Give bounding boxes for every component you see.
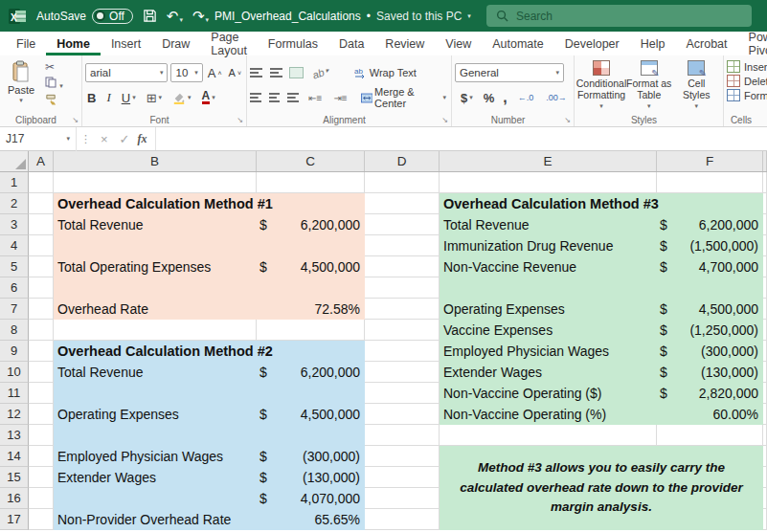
format-as-table-button[interactable]: Format as Table ▾ [625, 60, 673, 112]
number-format-select[interactable]: General▾ [455, 63, 564, 82]
align-left-icon[interactable] [250, 93, 261, 102]
method1-row5-value[interactable]: $4,500,000 [257, 259, 365, 275]
method3-row3-value[interactable]: $6,200,000 [657, 217, 763, 233]
copy-dropdown-icon[interactable]: ▾ [59, 82, 63, 89]
cell-E13[interactable] [440, 425, 657, 446]
row-header-9[interactable]: 9 [0, 341, 29, 362]
method1-row5-label[interactable]: Total Operating Expenses [54, 259, 257, 275]
select-all-corner[interactable] [0, 151, 29, 171]
name-box[interactable]: J17 ▾ [0, 127, 77, 151]
column-header-E[interactable]: E [440, 151, 657, 171]
tab-data[interactable]: Data [328, 32, 374, 55]
cell-D9[interactable] [365, 341, 440, 362]
cell-F1[interactable] [657, 172, 763, 193]
cell-A8[interactable] [29, 320, 54, 341]
cell-A11[interactable] [29, 383, 54, 404]
cell-A6[interactable] [29, 277, 54, 299]
cell-A15[interactable] [29, 467, 54, 488]
tab-acrobat[interactable]: Acrobat [675, 32, 737, 55]
cell-x9[interactable] [763, 341, 767, 362]
cell-A14[interactable] [29, 446, 54, 467]
method3-row11-label[interactable]: Non-Vaccine Operating ($) [440, 386, 657, 401]
delete-cells-button[interactable]: Delete [727, 75, 765, 87]
row-header-1[interactable]: 1 [0, 172, 29, 193]
bold-button[interactable]: B [87, 91, 96, 105]
percent-style-button[interactable]: % [484, 91, 495, 105]
method2-row14-label[interactable]: Employed Physician Wages [54, 449, 257, 464]
tab-view[interactable]: View [435, 32, 482, 55]
tab-help[interactable]: Help [630, 32, 676, 55]
cell-A3[interactable] [29, 214, 54, 235]
increase-indent-icon[interactable]: ⇥≡ [331, 92, 349, 104]
method1-row7-label[interactable]: Overhead Rate [54, 301, 257, 317]
autosave-control[interactable]: AutoSave Off [36, 9, 133, 24]
row-header-8[interactable]: 8 [0, 320, 29, 341]
search-input[interactable] [516, 10, 708, 23]
cell-D11[interactable] [365, 383, 440, 404]
cell-D13[interactable] [365, 425, 440, 446]
accounting-format-button[interactable]: $▾ [459, 90, 475, 106]
row-header-17[interactable]: 17 [0, 509, 29, 530]
method3-row9-value[interactable]: $(300,000) [657, 344, 763, 359]
row-header-3[interactable]: 3 [0, 214, 29, 235]
cell-x12[interactable] [763, 404, 767, 425]
method3-row4-value[interactable]: $(1,500,000) [657, 238, 763, 254]
cell-B1[interactable] [54, 172, 257, 193]
method1-row3-label[interactable]: Total Revenue [54, 217, 257, 233]
method3-row5-value[interactable]: $4,700,000 [657, 259, 763, 275]
cell-A17[interactable] [29, 509, 54, 530]
italic-button[interactable]: I [104, 89, 112, 106]
cell-A5[interactable] [29, 256, 54, 277]
document-title[interactable]: PMI_Overhead_Calculations • Saved to thi… [214, 0, 471, 32]
cell-C1[interactable] [257, 172, 365, 193]
cell-F13[interactable] [657, 425, 763, 446]
row-header-6[interactable]: 6 [0, 277, 29, 299]
cancel-icon[interactable]: × [95, 132, 114, 146]
align-middle-icon[interactable] [270, 68, 282, 78]
column-header-D[interactable]: D [365, 151, 440, 171]
method3-row4-label[interactable]: Immunization Drug Revenue [440, 238, 657, 254]
merge-center-dropdown-icon[interactable]: ▾ [442, 94, 446, 101]
underline-dropdown-icon[interactable]: ▾ [132, 94, 136, 101]
cell-D12[interactable] [365, 404, 440, 425]
cell-D3[interactable] [365, 214, 440, 235]
fill-color-button[interactable]: ▾ [170, 91, 193, 105]
cell-B8[interactable] [54, 320, 257, 341]
method3-row5-label[interactable]: Non-Vaccine Revenue [440, 259, 657, 275]
undo-dropdown-icon[interactable]: ▾ [179, 16, 183, 23]
column-header-C[interactable]: C [257, 151, 365, 171]
font-size-select[interactable]: 10▾ [170, 63, 202, 82]
decrease-indent-icon[interactable]: ⇤≡ [306, 92, 324, 104]
cell-E1[interactable] [440, 172, 657, 193]
row-header-11[interactable]: 11 [0, 383, 29, 404]
cell-A1[interactable] [29, 172, 54, 193]
paste-dropdown-icon[interactable]: ▾ [19, 97, 23, 104]
number-dialog-launcher[interactable]: ↘ [564, 116, 571, 124]
column-header-clipped[interactable] [763, 151, 767, 171]
cell-x14[interactable] [763, 446, 767, 467]
save-icon[interactable] [143, 9, 157, 23]
tab-review[interactable]: Review [374, 32, 435, 55]
method3-row10-value[interactable]: $(130,000) [657, 365, 763, 380]
cell-D17[interactable] [365, 509, 440, 530]
cell-D10[interactable] [365, 362, 440, 383]
cell-x10[interactable] [763, 362, 767, 383]
cell-x5[interactable] [763, 256, 767, 277]
cell-x17[interactable] [763, 509, 767, 530]
tab-file[interactable]: File [6, 32, 46, 55]
method2-row15-value[interactable]: $(130,000) [257, 470, 365, 485]
cell-x7[interactable] [763, 299, 767, 320]
orientation-icon[interactable]: ab▾ [308, 63, 332, 83]
method2-row15-label[interactable]: Extender Wages [54, 470, 257, 485]
tab-power-pivot[interactable]: Power Pivot [738, 32, 767, 55]
cell-A16[interactable] [29, 488, 54, 509]
row-header-10[interactable]: 10 [0, 362, 29, 383]
cell-A10[interactable] [29, 362, 54, 383]
method2-row10-value[interactable]: $6,200,000 [257, 365, 365, 380]
method2-row9-label[interactable]: Overhead Calculation Method #2 [54, 344, 257, 359]
excel-app-icon[interactable]: X [8, 7, 27, 26]
method2-row17-value[interactable]: 65.65% [257, 512, 365, 527]
method2-row12-label[interactable]: Operating Expenses [54, 407, 257, 422]
row-header-15[interactable]: 15 [0, 467, 29, 488]
method2-row10-label[interactable]: Total Revenue [54, 365, 257, 380]
